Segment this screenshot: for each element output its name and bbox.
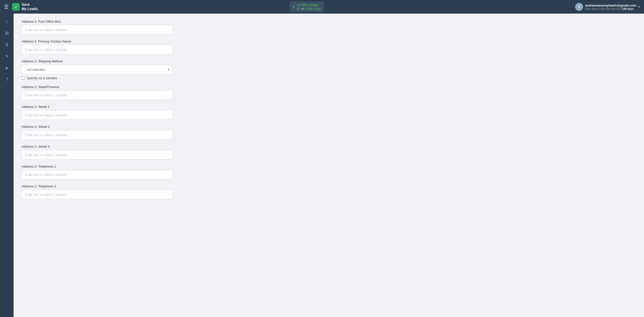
- label-addr2-street-3: Address 2: Street 3: [22, 145, 198, 148]
- checkbox-specify-variable[interactable]: [22, 76, 25, 80]
- nav-right: A andrewsavemyleads@gmail.com Plan |Basi…: [575, 3, 640, 11]
- label-addr2-telephone-1: Address 2: Telephone 1: [22, 165, 198, 168]
- input-addr2-telephone-1[interactable]: [22, 170, 173, 179]
- input-addr2-street-3[interactable]: [22, 150, 173, 160]
- info-icon: ℹ: [293, 5, 295, 9]
- user-email: andrewsavemyleads@gmail.com: [585, 4, 636, 7]
- field-addr2-street-1: Address 2: Street 1: [22, 105, 198, 120]
- sidebar-item-home[interactable]: ⌂: [2, 17, 12, 27]
- label-addr2-state-province: Address 2: State/Province: [22, 85, 198, 89]
- field-addr2-street-3: Address 2: Street 3: [22, 145, 198, 160]
- input-addr2-post-office-box[interactable]: [22, 25, 173, 34]
- user-section[interactable]: A andrewsavemyleads@gmail.com Plan |Basi…: [575, 3, 640, 11]
- field-addr2-shipping-method: Address 2: Shipping Method - not selecte…: [22, 59, 198, 80]
- field-addr2-state-province: Address 2: State/Province: [22, 85, 198, 100]
- checkbox-row-specify-variable: Specify as a variable: [22, 76, 198, 80]
- label-addr2-telephone-2: Address 2: Telephone 2: [22, 184, 198, 188]
- sidebar-item-billing[interactable]: $: [2, 40, 12, 50]
- sidebar-item-account[interactable]: ●: [2, 63, 12, 73]
- label-addr2-street-2: Address 2: Street 2: [22, 125, 198, 129]
- input-addr2-street-1[interactable]: [22, 110, 173, 120]
- sidebar-item-flows[interactable]: ⊞: [2, 28, 12, 38]
- leads-usage-text: LEADS usage: 52 of 5'000 (1%): [297, 3, 321, 11]
- input-addr2-telephone-2[interactable]: [22, 190, 173, 199]
- label-addr2-shipping-method: Address 2: Shipping Method: [22, 59, 198, 63]
- field-addr2-primary-contact-name: Address 2: Primary Contact Name: [22, 39, 198, 54]
- input-addr2-street-2[interactable]: [22, 130, 173, 140]
- label-addr2-street-1: Address 2: Street 1: [22, 105, 198, 109]
- input-addr2-primary-contact-name[interactable]: [22, 45, 173, 54]
- layout: ⌂ ⊞ $ ✎ ● ? Address 2: Post Office Box A…: [0, 14, 644, 317]
- field-addr2-telephone-1: Address 2: Telephone 1: [22, 165, 198, 179]
- avatar: A: [575, 3, 583, 11]
- sidebar: ⌂ ⊞ $ ✎ ● ?: [0, 14, 14, 317]
- field-addr2-street-2: Address 2: Street 2: [22, 125, 198, 140]
- logo: ✓ Save My Leads.: [12, 3, 39, 11]
- nav-center: ℹ LEADS usage: 52 of 5'000 (1%): [290, 2, 324, 12]
- select-wrapper-shipping-method: - not selected - ▾: [22, 65, 173, 74]
- user-plan: Plan |Basic| left until payment 128 days: [585, 7, 636, 10]
- logo-check-icon: ✓: [12, 3, 20, 11]
- leads-usage-badge: ℹ LEADS usage: 52 of 5'000 (1%): [290, 2, 324, 12]
- sidebar-item-templates[interactable]: ✎: [2, 51, 12, 61]
- form-section: Address 2: Post Office Box Address 2: Pr…: [22, 20, 198, 199]
- main-content: Address 2: Post Office Box Address 2: Pr…: [14, 14, 644, 317]
- label-addr2-primary-contact-name: Address 2: Primary Contact Name: [22, 39, 198, 43]
- user-info: andrewsavemyleads@gmail.com Plan |Basic|…: [585, 4, 636, 10]
- field-addr2-post-office-box: Address 2: Post Office Box: [22, 20, 198, 34]
- field-addr2-telephone-2: Address 2: Telephone 2: [22, 184, 198, 199]
- top-navigation: ☰ ✓ Save My Leads. ℹ LEADS usage: 52 of …: [0, 0, 644, 14]
- input-addr2-state-province[interactable]: [22, 90, 173, 100]
- hamburger-menu-icon[interactable]: ☰: [4, 4, 9, 10]
- select-addr2-shipping-method[interactable]: - not selected -: [22, 65, 173, 74]
- logo-text: Save My Leads.: [22, 3, 39, 11]
- sidebar-item-help[interactable]: ?: [2, 74, 12, 85]
- nav-left: ☰ ✓ Save My Leads.: [4, 3, 39, 11]
- checkbox-label-specify-variable[interactable]: Specify as a variable: [27, 76, 57, 80]
- label-addr2-post-office-box: Address 2: Post Office Box: [22, 20, 198, 23]
- chevron-down-icon[interactable]: ▾: [638, 5, 640, 9]
